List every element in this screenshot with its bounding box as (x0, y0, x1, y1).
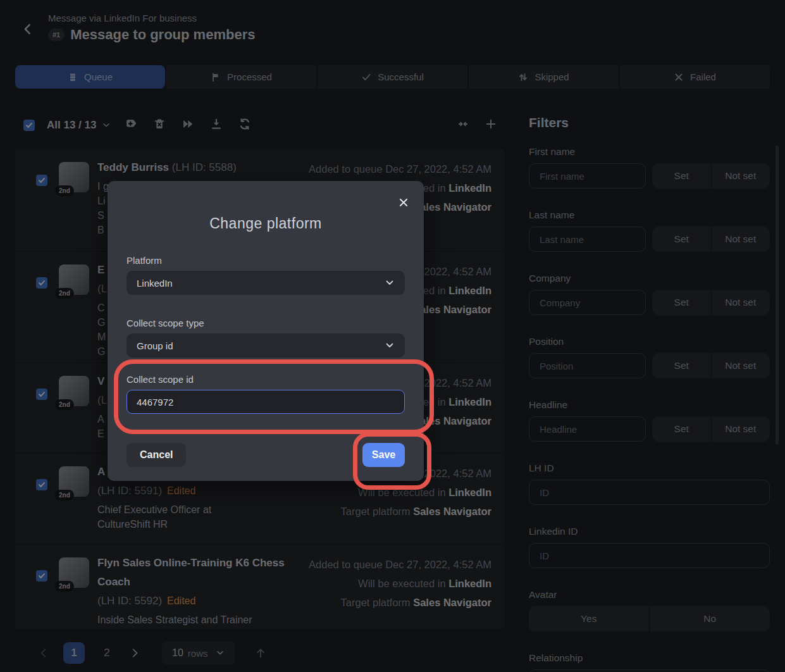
app-window: Message via LinkedIn For business #1 Mes… (0, 0, 785, 672)
platform-value: LinkedIn (137, 278, 173, 289)
scope-id-input[interactable] (127, 390, 405, 414)
close-icon (398, 197, 409, 208)
scope-type-label: Collect scope type (127, 318, 405, 328)
chevron-down-icon (385, 340, 395, 351)
modal-title: Change platform (127, 215, 405, 232)
scope-id-label: Collect scope id (127, 374, 405, 385)
chevron-down-icon (385, 278, 395, 288)
platform-select[interactable]: LinkedIn (127, 271, 405, 295)
scope-type-value: Group id (137, 340, 173, 351)
scope-type-select[interactable]: Group id (127, 333, 405, 358)
close-button[interactable] (396, 195, 411, 210)
cancel-button[interactable]: Cancel (127, 443, 186, 467)
change-platform-modal: Change platform Platform LinkedIn Collec… (108, 181, 424, 481)
platform-label: Platform (127, 255, 405, 266)
save-button[interactable]: Save (362, 443, 405, 467)
